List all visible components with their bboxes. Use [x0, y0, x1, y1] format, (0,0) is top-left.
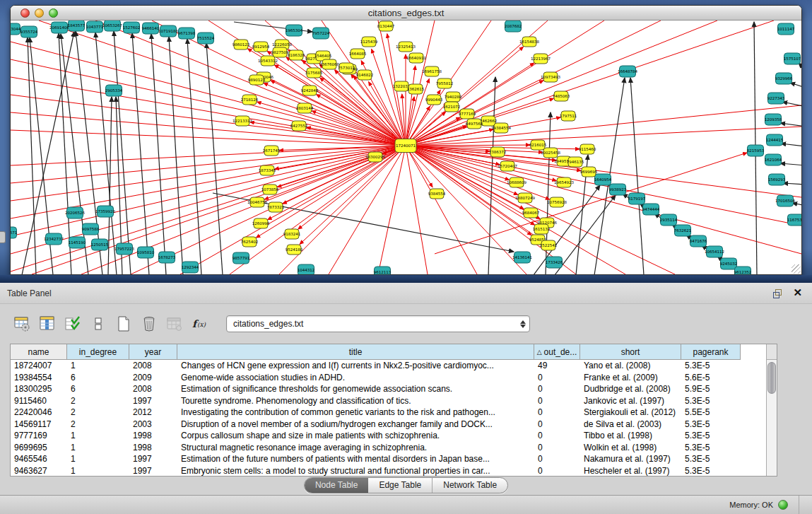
graph-node[interactable]: 9524180 [286, 245, 303, 255]
graph-node[interactable]: 1569293 [768, 174, 786, 185]
graph-node[interactable]: 1125439 [360, 37, 378, 47]
graph-node[interactable]: 9384554 [428, 189, 446, 199]
graph-node[interactable]: 9097588 [82, 223, 100, 235]
new-table-icon[interactable] [114, 315, 133, 333]
graph-node[interactable]: 9183241 [283, 229, 301, 239]
graph-node[interactable]: 12213967 [531, 54, 551, 64]
graph-node[interactable]: 9890123 [248, 75, 266, 85]
graph-node[interactable]: 10654112 [705, 246, 724, 257]
table-row[interactable]: 1456911722003Disruption of a novel membe… [11, 419, 766, 431]
graph-node[interactable]: 1664085 [349, 49, 367, 59]
function-builder-icon[interactable]: f(x) [191, 315, 209, 333]
graph-node[interactable]: 2905334 [105, 85, 123, 96]
column-header-title[interactable]: title [177, 344, 534, 360]
select-rows-icon[interactable] [64, 315, 82, 333]
graph-node[interactable]: 10543312 [258, 56, 278, 66]
table-row[interactable]: 1938455462009Genome-wide association stu… [11, 372, 766, 384]
graph-node[interactable]: 8427552 [290, 121, 308, 131]
graph-node[interactable]: 7573012 [338, 63, 355, 73]
network-canvas[interactable]: 8613044935572420691406184357710437711065… [11, 21, 801, 274]
graph-node[interactable]: 9612113 [374, 267, 392, 274]
graph-node[interactable]: 9827509 [271, 47, 289, 57]
table-row[interactable]: 911546021997Tourette syndrome. Phenomeno… [11, 395, 766, 407]
graph-node[interactable]: 2087682 [505, 21, 522, 32]
graph-node[interactable]: 10688609 [507, 177, 526, 187]
graph-node[interactable]: 7386372 [489, 147, 507, 157]
graph-node[interactable]: 16154838 [519, 37, 539, 47]
graph-node[interactable]: 1575107 [784, 53, 801, 64]
delete-table-icon[interactable] [140, 315, 158, 333]
table-row[interactable]: 946554611997Estimation of the future num… [11, 453, 766, 465]
graph-node[interactable]: 6497568 [466, 119, 483, 129]
table-row[interactable]: 1872400712008Changes of HCN gene express… [11, 360, 766, 372]
graph-node[interactable]: 1167533 [787, 214, 801, 226]
graph-node[interactable]: 9355724 [20, 26, 38, 37]
graph-node[interactable]: 7632621 [674, 225, 692, 236]
graph-node[interactable]: 7625402 [241, 237, 259, 247]
graph-node[interactable]: 1615132 [533, 224, 551, 234]
network-graph[interactable]: 8613044935572420691406184357710437711065… [11, 21, 801, 274]
graph-node[interactable]: 1621064 [765, 154, 782, 165]
graph-node[interactable]: 2718126 [241, 95, 259, 105]
graph-node[interactable]: 1292344 [182, 262, 199, 273]
scrollbar-thumb[interactable] [767, 362, 776, 394]
graph-node[interactable]: 1011147 [777, 23, 795, 35]
graph-node[interactable]: 9146822 [356, 70, 374, 80]
graph-node[interactable]: 9777169 [459, 109, 476, 119]
graph-node[interactable]: 7940280 [445, 92, 462, 102]
graph-node[interactable]: 17359928 [95, 206, 115, 217]
graph-node[interactable]: 7873321 [267, 202, 285, 212]
column-header-short[interactable]: short [580, 344, 681, 360]
graph-node[interactable]: 9938923 [609, 184, 627, 195]
graph-node[interactable]: 7515524 [197, 33, 215, 44]
graph-node[interactable]: 9990443 [425, 95, 443, 105]
graph-node[interactable]: 9857791 [233, 252, 250, 264]
graph-node[interactable]: 10025458 [541, 148, 560, 158]
column-header-year[interactable]: year [129, 344, 177, 360]
graph-node[interactable]: 2522542 [540, 240, 558, 250]
graph-node[interactable]: 1260998 [252, 218, 270, 228]
table-row[interactable]: 977716911998Corpus callosum shape and si… [11, 430, 766, 442]
graph-node[interactable]: 15720407 [498, 161, 517, 171]
graph-node[interactable]: 1044312 [298, 264, 315, 274]
graph-node[interactable]: 9242848 [301, 86, 319, 95]
graph-node[interactable]: 20691406 [49, 22, 69, 33]
graph-node[interactable]: 2935114 [660, 214, 678, 226]
graph-node[interactable]: 1843577 [68, 21, 86, 31]
graph-node[interactable]: 1362615 [407, 84, 425, 94]
graph-node[interactable]: 1043771 [86, 21, 104, 33]
graph-node[interactable]: 1334671 [11, 227, 17, 238]
graph-node[interactable]: 8613044 [11, 23, 21, 35]
graph-node[interactable]: 16648784 [618, 66, 637, 77]
tab-edge-table[interactable]: Edge Table [368, 478, 433, 493]
tab-node-table[interactable]: Node Table [305, 478, 369, 493]
graph-node[interactable]: 9474444 [642, 204, 660, 215]
graph-node[interactable]: 16961758 [422, 66, 442, 76]
graph-node[interactable]: 10653267 [102, 21, 122, 31]
column-header-pagerank[interactable]: pagerank [681, 344, 741, 360]
graph-node[interactable]: 1145190 [69, 237, 86, 248]
graph-node[interactable]: 14136141 [512, 252, 532, 263]
graph-node[interactable]: 8471676 [690, 235, 707, 247]
graph-node[interactable]: 1678273 [158, 252, 176, 263]
graph-node[interactable]: 1965304 [286, 25, 303, 36]
graph-node[interactable]: 10046758 [247, 197, 267, 207]
graph-node[interactable]: 6179197 [628, 193, 646, 204]
graph-node[interactable]: 8186328 [288, 50, 305, 60]
graph-node[interactable]: 8912954 [252, 42, 270, 52]
graph-node[interactable]: 17016504 [775, 195, 795, 206]
graph-node[interactable]: 9671398 [178, 28, 196, 39]
close-panel-icon[interactable]: ✕ [793, 286, 802, 299]
graph-node[interactable]: 1209358 [765, 114, 782, 125]
table-row[interactable]: 1830029562008Estimation of significance … [11, 383, 766, 395]
graph-node[interactable]: 10973493 [541, 72, 560, 82]
graph-node[interactable]: 7957224 [312, 28, 330, 39]
graph-node[interactable]: 17957223 [114, 243, 134, 255]
graph-node[interactable]: 2671745 [263, 146, 281, 156]
column-header-in_degree[interactable]: in_degree [67, 344, 129, 360]
graph-node[interactable]: 9329966 [775, 73, 793, 84]
table-settings-icon[interactable] [13, 315, 31, 333]
graph-node[interactable]: 19384554 [491, 123, 511, 133]
graph-node[interactable]: 7955812 [436, 78, 454, 88]
graph-node[interactable]: 20206526 [65, 207, 85, 218]
